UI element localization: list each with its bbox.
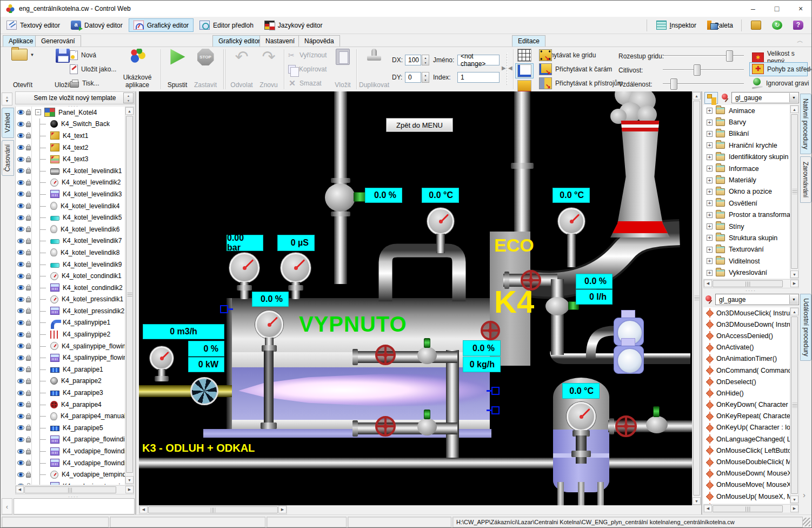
folder-item[interactable]: +Okno a pozice [703, 186, 790, 197]
lock-icon[interactable] [26, 251, 31, 255]
tab-graficky-editor[interactable]: Grafický editor [212, 35, 266, 47]
visibility-eye-icon[interactable] [17, 262, 24, 267]
scroll-right-button[interactable]: ▶ [790, 280, 798, 287]
redo-button[interactable]: ↷Znovu [256, 49, 282, 90]
red-valve-wheel[interactable] [375, 345, 396, 365]
tab-generovani[interactable]: Generování [35, 35, 81, 47]
splitter-dots[interactable] [507, 52, 507, 85]
visibility-eye-icon[interactable] [17, 215, 24, 220]
tab-casovani[interactable]: Časování [2, 140, 14, 176]
paste-button[interactable]: Vložit [330, 49, 355, 90]
scroll-up-button[interactable]: ▲ [693, 92, 701, 100]
visibility-eye-icon[interactable] [17, 250, 24, 255]
event-procedure-item[interactable]: OnHide() [703, 387, 790, 399]
design-canvas[interactable]: VYPNUTO [139, 91, 701, 505]
tree-vscrollbar[interactable]: ▲ ▼ [125, 107, 134, 485]
visibility-eye-icon[interactable] [17, 484, 24, 485]
empty-list-box[interactable] [14, 498, 135, 514]
k3-odluh-label[interactable]: K3 - ODLUH + ODKAL [142, 442, 255, 454]
tree-item[interactable]: K4_vodapipe_flowindik1 [16, 445, 125, 457]
tree-expander[interactable]: + [707, 108, 713, 114]
scroll-thumb[interactable] [713, 280, 783, 287]
folder-item[interactable]: +Vykreslování [703, 267, 790, 278]
tree-item[interactable]: K4_kotel_pressindik1 [16, 294, 125, 306]
lock-icon[interactable] [26, 275, 31, 279]
event-procedure-item[interactable]: OnMouseClick( LeftButton, [703, 445, 790, 456]
tank-temp-label[interactable]: 0.0 °C [562, 383, 600, 399]
lock-icon[interactable] [26, 426, 31, 431]
sensitivity-slider[interactable] [663, 64, 744, 76]
visibility-eye-icon[interactable] [17, 460, 24, 465]
flanged-valve[interactable] [417, 347, 437, 364]
close-button[interactable]: × [789, 1, 812, 16]
tree-hscrollbar[interactable]: ◀ ▶ [15, 485, 134, 494]
steam-percent-label[interactable]: 0.0 % [463, 340, 501, 356]
selection-handle[interactable] [220, 305, 228, 313]
lock-icon[interactable] [26, 158, 31, 162]
power-label[interactable]: 0 kW [188, 357, 224, 372]
back-to-menu-button[interactable]: Zpět do MENU [386, 118, 453, 132]
folders-hscrollbar[interactable]: ◀ ▶ [703, 279, 799, 288]
tree-item[interactable]: K4_parapipe4_manual [16, 410, 125, 422]
canvas-vscrollbar[interactable]: ▲ ▼ [692, 91, 701, 505]
visibility-eye-icon[interactable] [17, 414, 24, 419]
tree-item[interactable]: K4_text3 [16, 153, 125, 165]
lock-icon[interactable] [26, 357, 31, 361]
lock-icon[interactable] [26, 415, 31, 419]
event-procedure-item[interactable]: OnLanguageChanged( Lan [703, 433, 790, 445]
eco-downpipe[interactable] [551, 279, 564, 355]
visibility-eye-icon[interactable] [17, 110, 24, 115]
ignore-gravity-button[interactable]: Ignorovat gravi [752, 78, 809, 88]
more-chevron[interactable]: ▶ [808, 66, 812, 72]
events-hscrollbar[interactable]: ◀ ▶ [703, 504, 799, 513]
scroll-thumb[interactable] [693, 101, 700, 496]
tree-item[interactable]: −Panel_Kotel4 [16, 107, 125, 118]
tree-item[interactable]: K4_vodapipe_flowindik2 [16, 457, 125, 469]
language-editor-button[interactable]: Jazykový editor [259, 18, 328, 32]
flue-temp-gauge[interactable] [558, 208, 585, 235]
snap-grid-toggle[interactable]: Přichytávat ke gridu [539, 49, 596, 61]
tab-editace[interactable]: Editace [512, 35, 545, 47]
template-drop-header[interactable]: Sem lze vložit nový template [15, 91, 135, 104]
scroll-left-button[interactable]: ◀ [704, 280, 712, 287]
gas-flow-gauge[interactable] [150, 346, 174, 370]
folder-item[interactable]: +Animace [703, 105, 790, 116]
tree-item[interactable]: K4_kotel_pressindik2 [16, 305, 125, 317]
scroll-up-button[interactable]: ▲ [125, 107, 134, 115]
folder-item[interactable]: +Prostor a transformace [703, 209, 790, 221]
event-procedure-item[interactable]: OnAnimationTimer() [703, 353, 790, 365]
event-procedure-item[interactable]: OnActivate() [703, 342, 790, 353]
folder-item[interactable]: +Osvětlení [703, 197, 790, 209]
visibility-eye-icon[interactable] [17, 449, 24, 454]
slider-thumb[interactable] [670, 78, 677, 90]
open-dropdown-arrow[interactable]: ▼ [30, 52, 35, 57]
run-button[interactable]: Spustit [164, 49, 191, 90]
maximize-button[interactable]: □ [765, 1, 789, 16]
lock-icon[interactable] [26, 403, 31, 407]
index-field[interactable]: 1 [457, 72, 500, 83]
scroll-left-button[interactable]: ◀ [16, 486, 24, 493]
event-procedure-item[interactable]: OnMouseWheel( WheelRot [703, 502, 790, 504]
ball-valve[interactable] [325, 183, 355, 212]
event-procedure-item[interactable]: OnCommand( Command : lo [703, 365, 790, 376]
jmeno-field[interactable]: <not change> [457, 55, 500, 65]
lock-icon[interactable] [26, 298, 31, 302]
red-valve-wheel[interactable] [375, 416, 396, 437]
tree-expander[interactable]: − [35, 109, 41, 115]
visibility-eye-icon[interactable] [17, 297, 24, 302]
visibility-eye-icon[interactable] [17, 367, 24, 372]
dy-spinner[interactable]: ▲▼ [422, 72, 429, 83]
lock-icon[interactable] [26, 123, 31, 127]
event-procedure-item[interactable]: OnAccessDenied() [703, 330, 790, 341]
slider-thumb[interactable] [726, 50, 733, 62]
lock-icon[interactable] [26, 345, 31, 349]
visibility-eye-icon[interactable] [17, 227, 24, 232]
tree-item[interactable]: K4_parapipe5 [16, 422, 125, 434]
scroll-up-button[interactable]: ▲ [790, 105, 798, 113]
folder-item[interactable]: +Informace [703, 163, 790, 174]
sample-apps-button[interactable]: Ukázkovéaplikace [117, 49, 157, 90]
undo-button[interactable]: ↶Odvolat [228, 49, 256, 90]
scroll-thumb[interactable] [791, 114, 798, 269]
tree-item[interactable]: K4_kotel_condindik1 [16, 270, 125, 282]
eco-percent-label[interactable]: 0.0 % [576, 274, 613, 289]
